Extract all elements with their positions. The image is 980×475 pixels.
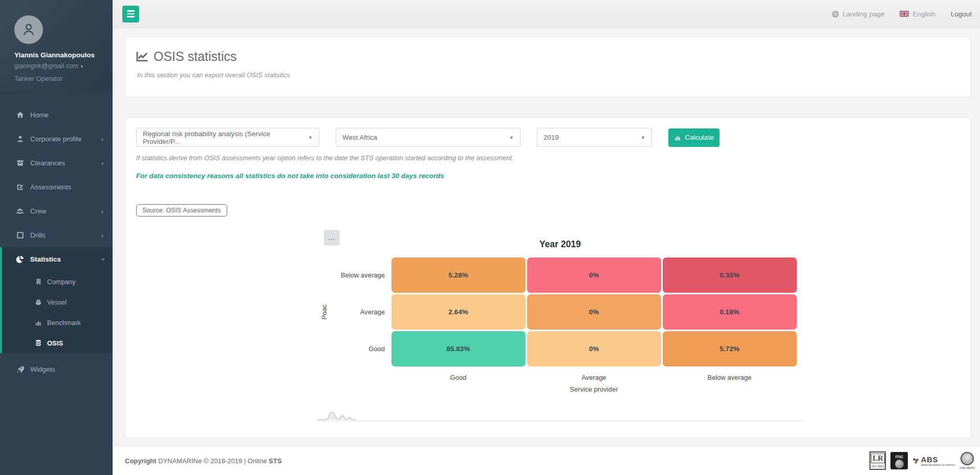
ship-icon bbox=[34, 298, 43, 306]
seal-graphic bbox=[961, 452, 974, 465]
archive-icon bbox=[14, 159, 26, 167]
statistics-card: Regional risk probability analysis (Serv… bbox=[125, 117, 971, 438]
certification-logos: LR ISO 9001 ITIC 🦅 ABS AMERICAN BUREAU O… bbox=[869, 451, 975, 470]
rocket-icon bbox=[14, 365, 26, 373]
page-subtitle: In this section you can export overall O… bbox=[137, 71, 970, 79]
avatar[interactable] bbox=[14, 15, 43, 44]
users-icon bbox=[14, 207, 26, 215]
chevron-left-icon: ‹ bbox=[101, 231, 103, 239]
source-badge: Source: OSIS Assessments bbox=[136, 204, 227, 217]
column-label: Good bbox=[390, 367, 526, 382]
person-icon bbox=[21, 22, 36, 37]
sidebar: Yiannis Giannakopoulos gianngnk@gmail.co… bbox=[0, 0, 113, 475]
heatmap-cell[interactable]: 0% bbox=[527, 257, 661, 293]
bar-chart-icon bbox=[674, 134, 681, 141]
caret-down-icon: ▼ bbox=[504, 135, 514, 140]
topbar: Landing page English Logout bbox=[113, 0, 980, 28]
abs-logo: 🦅 ABS AMERICAN BUREAU OF SHIPPING bbox=[912, 455, 955, 466]
chart-range-navigator[interactable] bbox=[316, 408, 804, 422]
heatmap-cell[interactable]: 0.18% bbox=[663, 294, 797, 330]
building-icon bbox=[34, 278, 43, 285]
sparkline-icon bbox=[318, 412, 356, 420]
row-label: Good bbox=[333, 330, 390, 367]
itic-logo: ITIC bbox=[890, 452, 908, 469]
helmepa-logo: •HELMEPA• bbox=[960, 452, 975, 469]
chart-menu-button[interactable]: ... bbox=[324, 230, 340, 246]
region-select[interactable]: West Africa ▼ bbox=[336, 128, 520, 147]
lr-iso9001-logo: LR ISO 9001 bbox=[869, 451, 886, 470]
caret-down-icon: ▾ bbox=[80, 63, 83, 69]
user-icon bbox=[14, 135, 26, 143]
bar-chart-icon bbox=[34, 319, 43, 326]
sidebar-item-company[interactable]: Company bbox=[2, 271, 113, 292]
chart-title: Year 2019 bbox=[316, 230, 804, 250]
filters-row: Regional risk probability analysis (Serv… bbox=[136, 128, 970, 147]
column-label: Average bbox=[526, 367, 662, 382]
sidebar-item-widgets[interactable]: Widgets bbox=[0, 357, 113, 381]
sidebar-item-corporate-profile[interactable]: Corporate profile ‹ bbox=[0, 127, 113, 151]
x-axis-title: Service provider bbox=[390, 382, 797, 396]
caret-down-icon: ▼ bbox=[303, 135, 313, 140]
analysis-type-select[interactable]: Regional risk probability analysis (Serv… bbox=[136, 128, 319, 147]
page-header-card: OSIS statistics In this section you can … bbox=[125, 37, 971, 97]
database-icon bbox=[34, 339, 43, 347]
hamburger-icon bbox=[127, 10, 135, 12]
heatmap-cell[interactable]: 5.28% bbox=[391, 257, 526, 293]
uk-flag-icon bbox=[900, 11, 909, 17]
chevron-left-icon: ‹ bbox=[101, 159, 103, 167]
heatmap-cell[interactable]: 0% bbox=[527, 331, 661, 366]
globe-icon bbox=[832, 10, 839, 18]
chevron-left-icon: ‹ bbox=[101, 135, 103, 143]
language-selector[interactable]: English bbox=[900, 10, 935, 18]
heatmap-cell[interactable]: 0.35% bbox=[663, 257, 797, 293]
topbar-links: Landing page English Logout bbox=[832, 10, 980, 18]
page-title: OSIS statistics bbox=[136, 49, 970, 64]
sidebar-item-statistics[interactable]: Statistics ‹ bbox=[2, 247, 113, 271]
chevron-down-icon: ‹ bbox=[98, 258, 106, 260]
sidebar-item-home[interactable]: Home bbox=[0, 103, 113, 127]
main-content: OSIS statistics In this section you can … bbox=[113, 28, 980, 446]
heatmap-chart: ... Year 2019 Poac Below average 5.28% 0… bbox=[316, 230, 804, 422]
row-label: Average bbox=[333, 293, 390, 330]
user-name: Yiannis Giannakopoulos bbox=[14, 51, 113, 59]
eagle-icon: 🦅 bbox=[912, 458, 920, 464]
sidebar-item-assessments[interactable]: Assessments bbox=[0, 175, 113, 199]
sidebar-item-clearances[interactable]: Clearances ‹ bbox=[0, 151, 113, 175]
user-email-dropdown[interactable]: gianngnk@gmail.com▾ bbox=[14, 62, 113, 70]
pen-document-icon bbox=[14, 183, 26, 191]
user-profile: Yiannis Giannakopoulos gianngnk@gmail.co… bbox=[0, 0, 113, 92]
row-label: Below average bbox=[333, 256, 390, 293]
sidebar-nav: Home Corporate profile ‹ Clearances ‹ bbox=[0, 103, 113, 381]
statistics-submenu: Company Vessel Benchmark bbox=[2, 271, 113, 353]
menu-toggle-button[interactable] bbox=[122, 6, 139, 23]
heatmap-grid: Poac Below average 5.28% 0% 0.35% Averag… bbox=[316, 256, 804, 396]
user-role: Tanker Operator bbox=[14, 75, 113, 82]
statistics-section: Statistics ‹ Company Vessel bbox=[0, 247, 113, 353]
chevron-left-icon: ‹ bbox=[101, 207, 103, 215]
heatmap-cell[interactable]: 85.83% bbox=[391, 331, 526, 366]
square-frame-icon bbox=[14, 231, 26, 239]
column-label: Below average bbox=[662, 367, 797, 382]
pie-chart-icon bbox=[14, 255, 26, 264]
sidebar-item-benchmark[interactable]: Benchmark bbox=[2, 312, 113, 333]
sidebar-item-osis[interactable]: OSIS bbox=[2, 333, 113, 353]
landing-page-link[interactable]: Landing page bbox=[832, 10, 885, 18]
sidebar-item-drills[interactable]: Drills ‹ bbox=[0, 223, 113, 247]
copyright: Copyright DYNAMARINe © 2018-2019 | Onlin… bbox=[125, 457, 281, 465]
app-window: Yiannis Giannakopoulos gianngnk@gmail.co… bbox=[0, 0, 980, 475]
sidebar-item-vessel[interactable]: Vessel bbox=[2, 292, 113, 312]
caret-down-icon: ▼ bbox=[636, 135, 645, 140]
heatmap-cell[interactable]: 5.72% bbox=[663, 331, 797, 366]
sidebar-item-crew[interactable]: Crew ‹ bbox=[0, 199, 113, 223]
home-icon bbox=[14, 111, 26, 119]
y-axis-title: Poac bbox=[316, 256, 333, 367]
heatmap-cell[interactable]: 2.64% bbox=[391, 294, 526, 330]
year-note: If statistics derive from OSIS assessmen… bbox=[136, 154, 970, 162]
year-select[interactable]: 2019 ▼ bbox=[537, 128, 652, 147]
consistency-note: For data consistency reasons all statist… bbox=[136, 172, 970, 180]
calculate-button[interactable]: Calculate bbox=[668, 128, 720, 147]
heatmap-cell[interactable]: 0% bbox=[527, 294, 661, 330]
globe-graphic bbox=[895, 460, 904, 468]
footer: Copyright DYNAMARINe © 2018-2019 | Onlin… bbox=[113, 446, 980, 475]
logout-button[interactable]: Logout bbox=[951, 10, 972, 18]
